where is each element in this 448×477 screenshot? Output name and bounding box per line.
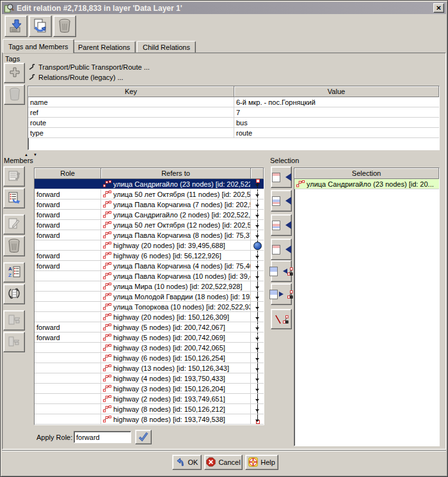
member-row[interactable]: улица Молодой Гвардии (18 nodes) [id: 19… <box>35 292 264 302</box>
member-role: forward <box>35 261 101 270</box>
tag-row[interactable]: type route <box>28 128 439 138</box>
member-row[interactable]: forward улица Павла Корчагина (8 nodes) … <box>35 230 264 240</box>
add-selection-at-start-button[interactable] <box>271 166 292 188</box>
refers-to-column-header[interactable]: Refers to <box>101 168 251 179</box>
ok-button[interactable]: OK <box>172 455 202 470</box>
apply-updates-button[interactable] <box>4 15 28 37</box>
member-row[interactable]: forward highway (5 nodes) [id: 200,742,0… <box>35 332 264 343</box>
member-row[interactable]: highway (6 nodes) [id: 150,126,254] <box>35 353 264 363</box>
role-column-header[interactable]: Role <box>35 168 101 179</box>
tag-key: ref <box>28 107 234 117</box>
member-refers-to: highway (8 nodes) [id: 193,749,538] <box>101 414 251 424</box>
preset-icon <box>29 74 36 82</box>
tag-key: type <box>28 128 234 137</box>
cancel-button[interactable]: Cancel <box>204 455 243 470</box>
member-link-indicator <box>251 343 264 352</box>
way-icon <box>103 395 111 402</box>
member-row[interactable]: улица Топоркова (10 nodes) [id: 202,522,… <box>35 302 264 312</box>
tag-row[interactable]: name 6-й мкр. - пос.Горняцкий <box>28 97 439 107</box>
edit-icon <box>7 217 21 232</box>
members-table: Role Refers to улица Сандригайло (23 nod… <box>34 168 264 425</box>
delete-relation-button[interactable] <box>53 15 76 37</box>
select-selection-from-members-button[interactable] <box>271 283 292 305</box>
way-icon <box>103 354 111 361</box>
help-button[interactable]: Help <box>245 455 278 470</box>
remove-selection-from-members-button[interactable] <box>271 309 292 329</box>
member-refers-to: улица Молодой Гвардии (18 nodes) [id: 19… <box>101 292 251 301</box>
member-row[interactable]: forward улица Павла Корчагина (7 nodes) … <box>35 199 264 210</box>
apply-role-button[interactable] <box>135 430 152 444</box>
tab-tags-and-members[interactable]: Tags and Members <box>3 39 74 53</box>
member-row[interactable]: улица Павла Корчагина (10 nodes) [id: 39… <box>35 271 264 281</box>
member-role: forward <box>35 220 101 230</box>
download-incomplete-members-button[interactable] <box>3 332 25 352</box>
member-refers-to: улица 50 лет Октября (12 nodes) [id: 202… <box>101 220 251 230</box>
member-role <box>35 363 101 373</box>
preset-link[interactable]: Relations/Route (legacy) ... <box>29 72 124 82</box>
way-icon <box>103 344 111 351</box>
download-members-button[interactable] <box>3 310 25 331</box>
member-row[interactable]: highway (4 nodes) [id: 193,750,433] <box>35 373 264 384</box>
delete-tag-button[interactable] <box>4 84 25 105</box>
value-column-header[interactable]: Value <box>234 86 439 97</box>
sort-members-button[interactable]: A Z <box>3 262 25 283</box>
member-refers-to: улица Павла Корчагина (7 nodes) [id: 202… <box>101 199 251 209</box>
add-selection-at-end-icon <box>272 245 291 254</box>
member-row[interactable]: forward улица 50 лет Октября (12 nodes) … <box>35 220 264 230</box>
add-selection-after-button[interactable] <box>271 214 292 236</box>
edit-member-button[interactable] <box>3 214 25 235</box>
member-role <box>35 312 101 322</box>
member-row[interactable]: highway (20 nodes) [id: 39,495,688] <box>35 240 264 251</box>
member-row[interactable]: highway (13 nodes) [id: 150,126,343] <box>35 363 264 373</box>
move-down-icon <box>7 191 21 206</box>
tag-value: bus <box>234 118 439 127</box>
tag-row[interactable]: ref 7 <box>28 107 439 118</box>
selection-column-header[interactable]: Selection <box>294 168 439 179</box>
select-members-from-selection-button[interactable] <box>271 260 292 282</box>
member-link-indicator <box>251 261 264 270</box>
member-row[interactable]: forward улица 50 лет Октября (11 nodes) … <box>35 189 264 199</box>
member-link-indicator <box>251 373 264 383</box>
preset-link[interactable]: Transport/Public Transport/Route ... <box>29 62 150 72</box>
remove-member-button[interactable] <box>3 236 25 256</box>
selection-panel-title: Selection <box>270 157 299 164</box>
member-link-indicator <box>251 414 264 424</box>
tab-parent-relations[interactable]: Parent Relations <box>72 41 136 53</box>
ok-icon <box>176 457 186 468</box>
member-row[interactable]: highway (3 nodes) [id: 150,126,204] <box>35 384 264 394</box>
member-refers-to: улица Сандригайло (2 nodes) [id: 202,522… <box>101 210 251 219</box>
relation-editor-window: Edit relation #2,718,833 in layer 'Data … <box>0 0 448 477</box>
member-link-indicator <box>251 220 264 230</box>
refresh-relation-button[interactable] <box>29 15 52 37</box>
member-refers-to: highway (5 nodes) [id: 200,742,069] <box>101 332 251 342</box>
member-row[interactable]: highway (20 nodes) [id: 150,126,309] <box>35 312 264 322</box>
move-member-up-button[interactable] <box>3 166 25 187</box>
add-tag-button[interactable] <box>4 63 25 83</box>
close-button[interactable]: ✕ <box>433 3 444 13</box>
add-selection-before-button[interactable] <box>271 190 292 212</box>
member-role <box>35 292 101 301</box>
member-row[interactable]: highway (8 nodes) [id: 193,749,538] <box>35 414 264 425</box>
member-refers-to: highway (3 nodes) [id: 150,126,204] <box>101 384 251 393</box>
selection-row[interactable]: улица Сандригайло (23 nodes) [id: 20... <box>294 179 439 189</box>
member-link-indicator <box>251 332 264 342</box>
member-row[interactable]: forward улица Павла Корчагина (4 nodes) … <box>35 261 264 271</box>
member-row[interactable]: улица Мира (10 nodes) [id: 202,522,928] <box>35 281 264 292</box>
key-column-header[interactable]: Key <box>28 86 234 97</box>
member-row[interactable]: forward highway (5 nodes) [id: 200,742,0… <box>35 322 264 332</box>
tab-child-relations[interactable]: Child Relations <box>137 41 196 53</box>
member-row[interactable]: highway (8 nodes) [id: 150,126,212] <box>35 404 264 414</box>
apply-role-input[interactable] <box>74 431 131 443</box>
way-icon <box>103 303 111 310</box>
member-row[interactable]: улица Сандригайло (23 nodes) [id: 202,52… <box>35 179 264 189</box>
member-row[interactable]: highway (3 nodes) [id: 200,742,065] <box>35 343 264 353</box>
tag-row[interactable]: route bus <box>28 118 439 128</box>
move-member-down-button[interactable] <box>3 188 25 208</box>
member-row[interactable]: forward улица Сандригайло (2 nodes) [id:… <box>35 210 264 220</box>
member-row[interactable]: forward highway (6 nodes) [id: 56,122,92… <box>35 251 264 261</box>
member-row[interactable]: highway (2 nodes) [id: 193,749,651] <box>35 394 264 404</box>
sort-az-icon: A Z <box>7 265 21 280</box>
member-refers-to: улица Павла Корчагина (8 nodes) [id: 75,… <box>101 230 251 240</box>
reverse-members-button[interactable] <box>3 284 25 304</box>
add-selection-at-end-button[interactable] <box>271 238 292 260</box>
